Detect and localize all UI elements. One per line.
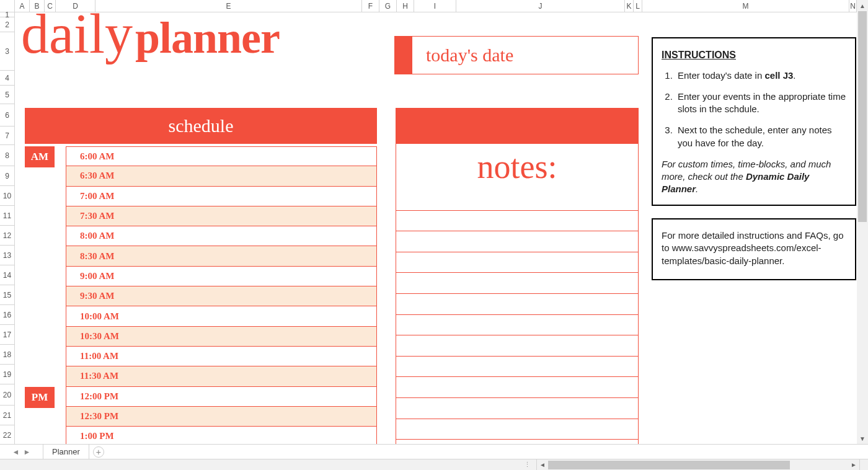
todays-date-label: today's date — [426, 45, 513, 66]
am-label: AM — [31, 151, 48, 163]
hscroll-left-icon[interactable]: ◄ — [537, 461, 548, 468]
notes-line[interactable] — [396, 335, 639, 357]
row-header-1[interactable]: 1 — [0, 12, 15, 17]
schedule-row[interactable]: 6:00 AM — [66, 146, 377, 166]
schedule-row[interactable]: 9:30 AM — [66, 286, 377, 306]
schedule-header: schedule — [25, 108, 377, 144]
date-accent-bar — [394, 36, 412, 74]
row-header-5[interactable]: 5 — [0, 86, 15, 104]
notes-line[interactable] — [396, 357, 639, 378]
row-header-15[interactable]: 15 — [0, 285, 15, 305]
row-header-2[interactable]: 2 — [0, 17, 15, 32]
row-header-8[interactable]: 8 — [0, 145, 15, 166]
notes-line[interactable] — [396, 190, 639, 211]
row-header-13[interactable]: 13 — [0, 246, 15, 265]
schedule-time-label: 11:00 AM — [80, 351, 118, 361]
column-header-I[interactable]: I — [414, 0, 456, 12]
schedule-time-label: 11:30 AM — [80, 371, 118, 381]
vscroll-thumb[interactable] — [858, 11, 867, 222]
schedule-time-label: 8:30 AM — [80, 251, 114, 262]
row-header-16[interactable]: 16 — [0, 305, 15, 325]
row-header-9[interactable]: 9 — [0, 166, 15, 186]
notes-line[interactable] — [396, 211, 639, 232]
schedule-header-label: schedule — [169, 115, 234, 136]
schedule-time-label: 12:00 PM — [80, 391, 118, 402]
notes-line[interactable] — [396, 252, 639, 273]
schedule-time-label: 6:00 AM — [80, 151, 114, 162]
scroll-down-icon[interactable]: ▼ — [857, 433, 868, 444]
schedule-row[interactable]: 11:30 AM — [66, 366, 377, 386]
status-bar: ⋮ ◄ ► — [0, 459, 868, 470]
add-sheet-button[interactable]: + — [93, 446, 104, 458]
column-header-M[interactable]: M — [642, 0, 849, 12]
todays-date-cell[interactable]: today's date — [412, 36, 639, 74]
row-header-4[interactable]: 4 — [0, 71, 15, 86]
row-header-17[interactable]: 17 — [0, 325, 15, 345]
row-header-11[interactable]: 11 — [0, 206, 15, 226]
row-header-21[interactable]: 21 — [0, 406, 15, 425]
notes-line[interactable] — [396, 398, 639, 419]
schedule-time-label: 9:30 AM — [80, 291, 114, 301]
instructions-heading: INSTRUCTIONS — [662, 48, 846, 62]
schedule-time-label: 1:00 PM — [80, 431, 114, 441]
schedule-row[interactable]: 7:00 AM — [66, 187, 377, 206]
horizontal-scrollbar[interactable]: ◄ ► — [537, 459, 859, 470]
notes-line[interactable] — [396, 419, 639, 440]
schedule-row[interactable]: 10:00 AM — [66, 306, 377, 326]
row-header-18[interactable]: 18 — [0, 345, 15, 365]
row-header-10[interactable]: 10 — [0, 186, 15, 206]
row-header-20[interactable]: 20 — [0, 384, 15, 406]
notes-title-label: notes: — [477, 148, 557, 186]
vertical-scrollbar[interactable]: ▲ ▼ — [857, 0, 868, 444]
sheet-tab-planner[interactable]: Planner — [43, 445, 89, 459]
notes-line[interactable] — [396, 294, 639, 315]
hscroll-track[interactable] — [548, 461, 848, 469]
tab-prev-icon[interactable]: ◄ — [12, 448, 20, 456]
hscroll-grip-icon[interactable]: ⋮ — [518, 459, 537, 470]
schedule-row[interactable]: 10:30 AM — [66, 327, 377, 347]
hscroll-right-icon[interactable]: ► — [848, 461, 859, 468]
instructions-box: INSTRUCTIONS Enter today's date in cell … — [652, 37, 856, 206]
resize-grip[interactable] — [859, 459, 868, 470]
scroll-up-icon[interactable]: ▲ — [857, 0, 868, 11]
row-header-7[interactable]: 7 — [0, 126, 15, 145]
column-header-F[interactable]: F — [362, 0, 379, 12]
schedule-time-label: 6:30 AM — [80, 171, 114, 181]
schedule-row[interactable]: 9:00 AM — [66, 267, 377, 286]
schedule-row[interactable]: 11:00 AM — [66, 347, 377, 366]
column-header-N[interactable]: N — [849, 0, 857, 12]
grid-body[interactable]: daily planner today's date schedule AM P… — [15, 12, 857, 444]
schedule-row[interactable]: 12:00 PM — [66, 387, 377, 407]
hscroll-thumb[interactable] — [548, 461, 790, 469]
column-header-G[interactable]: G — [379, 0, 397, 12]
column-header-K[interactable]: K — [625, 0, 634, 12]
tab-nav[interactable]: ◄ ► — [0, 445, 43, 459]
plus-icon: + — [96, 447, 101, 457]
row-header-3[interactable]: 3 — [0, 32, 15, 71]
row-header-12[interactable]: 12 — [0, 226, 15, 246]
pm-label: PM — [32, 391, 48, 404]
schedule-time-label: 12:30 PM — [80, 411, 118, 422]
schedule-row[interactable]: 7:30 AM — [66, 206, 377, 226]
instruction-item: Enter today's date in cell J3. — [675, 69, 846, 82]
todays-date-box: today's date — [394, 36, 639, 74]
tab-next-icon[interactable]: ► — [24, 448, 31, 456]
notes-line[interactable] — [396, 315, 639, 336]
notes-line[interactable] — [396, 273, 639, 294]
column-header-L[interactable]: L — [634, 0, 642, 12]
title-word2: planner — [135, 12, 280, 64]
notes-line[interactable] — [396, 377, 639, 398]
column-header-H[interactable]: H — [397, 0, 414, 12]
schedule-row[interactable]: 8:30 AM — [66, 246, 377, 266]
row-header-14[interactable]: 14 — [0, 265, 15, 285]
row-header-6[interactable]: 6 — [0, 104, 15, 126]
notes-line[interactable] — [396, 231, 639, 252]
row-header-19[interactable]: 19 — [0, 365, 15, 384]
schedule-row[interactable]: 8:00 AM — [66, 226, 377, 246]
column-header-J[interactable]: J — [456, 0, 625, 12]
planner-title: daily planner — [21, 6, 280, 64]
schedule-row[interactable]: 6:30 AM — [66, 166, 377, 186]
schedule-time-label: 10:30 AM — [80, 331, 119, 342]
schedule-row[interactable]: 12:30 PM — [66, 407, 377, 427]
row-header-22[interactable]: 22 — [0, 425, 15, 445]
